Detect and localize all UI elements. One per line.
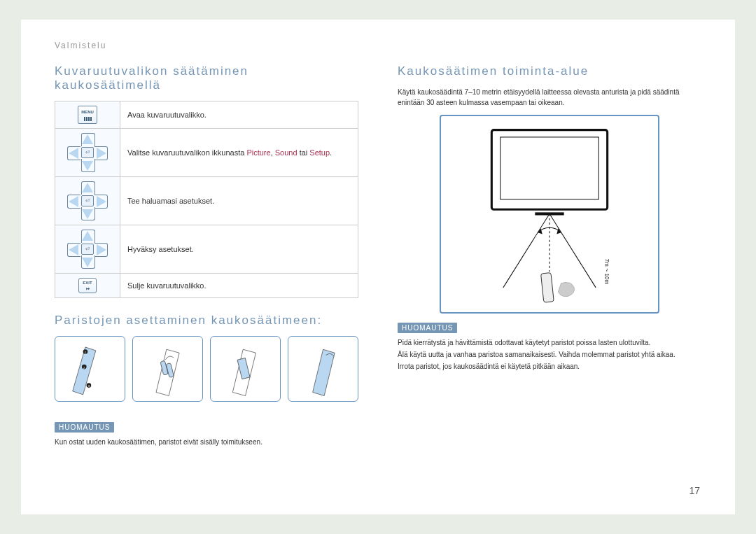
heading-operating-range: Kaukosäätimen toiminta-alue <box>398 64 701 78</box>
distance-label: 7m ~ 10m <box>603 258 610 284</box>
heading-battery: Paristojen asettaminen kaukosäätimeen: <box>55 314 358 328</box>
table-row: MENU Avaa kuvaruutuvalikko. <box>55 101 358 129</box>
enter-icon: ⏎ <box>81 147 94 158</box>
dpad-cell: ⏎ <box>55 177 120 225</box>
battery-panel-3 <box>210 336 281 402</box>
enter-icon: ⏎ <box>81 195 94 206</box>
svg-rect-11 <box>237 358 250 379</box>
section-tab: Valmistelu <box>55 41 701 50</box>
dpad-icon: ⏎ <box>66 230 109 269</box>
page-number: 17 <box>689 485 700 496</box>
note-text: Kun ostat uuden kaukosäätimen, paristot … <box>55 437 358 447</box>
dpad-cell: ⏎ <box>55 225 120 274</box>
operating-range-figure: 7m ~ 10m <box>440 115 659 314</box>
left-column: Kuvaruutuvalikon säätäminen kaukosäätime… <box>55 64 358 449</box>
menu-button-icon: MENU <box>78 106 97 124</box>
menu-button-label: MENU <box>81 110 94 114</box>
svg-line-17 <box>550 213 596 287</box>
battery-panel-2 <box>132 336 203 402</box>
dpad-icon: ⏎ <box>66 181 109 220</box>
step-text: Tee haluamasi asetukset. <box>120 177 358 225</box>
note-line: Irrota paristot, jos kaukosäädintä ei kä… <box>398 361 701 372</box>
menu-option-picture: Picture <box>246 148 270 157</box>
svg-rect-14 <box>500 136 599 199</box>
note-line: Kun ostat uuden kaukosäätimen, paristot … <box>55 437 358 447</box>
right-column: Kaukosäätimen toiminta-alue Käytä kaukos… <box>398 64 701 449</box>
exit-button-label: EXIT <box>83 281 92 285</box>
battery-panel-4 <box>288 336 358 402</box>
table-row: EXIT↦ Sulje kuvaruutuvalikko. <box>55 274 358 298</box>
note-line: Älä käytä uutta ja vanhaa paristoa saman… <box>398 349 701 360</box>
menu-option-setup: Setup <box>309 148 330 157</box>
battery-panel-1: 1 2 3 <box>55 336 125 402</box>
step-text: Avaa kuvaruutuvalikko. <box>120 101 358 129</box>
step-text: Hyväksy asetukset. <box>120 225 358 274</box>
dpad-cell: ⏎ <box>55 129 120 177</box>
page: Valmistelu Kuvaruutuvalikon säätäminen k… <box>21 20 735 514</box>
dpad-icon: ⏎ <box>66 133 109 172</box>
exit-button-cell: EXIT↦ <box>55 274 120 298</box>
right-note-body: Pidä kierrätystä ja hävittämistä odottav… <box>398 337 701 372</box>
note-label: HUOMAUTUS <box>55 422 114 433</box>
step-text: Valitse kuvaruutuvalikon ikkunasta Pictu… <box>120 129 358 177</box>
text-fragment: Valitse kuvaruutuvalikon ikkunasta <box>127 148 246 157</box>
note-line: Pidä kierrätystä ja hävittämistä odottav… <box>398 337 701 348</box>
table-row: ⏎ Hyväksy asetukset. <box>55 225 358 274</box>
note-label: HUOMAUTUS <box>398 323 457 333</box>
text-fragment: tai <box>298 148 310 157</box>
table-row: ⏎ Valitse kuvaruutuvalikon ikkunasta Pic… <box>55 129 358 177</box>
enter-icon: ⏎ <box>81 244 94 255</box>
two-column-layout: Kuvaruutuvalikon säätäminen kaukosäätime… <box>55 64 701 449</box>
svg-marker-12 <box>313 349 335 395</box>
text-fragment: . <box>330 148 332 157</box>
exit-button-icon: EXIT↦ <box>78 278 97 293</box>
svg-marker-0 <box>73 347 96 395</box>
step-text: Sulje kuvaruutuvalikko. <box>120 274 358 298</box>
left-note: HUOMAUTUS Kun ostat uuden kaukosäätimen,… <box>55 420 358 447</box>
menu-button-cell: MENU <box>55 101 120 129</box>
remote-steps-table: MENU Avaa kuvaruutuvalikko. ⏎ <box>55 101 358 298</box>
table-row: ⏎ Tee haluamasi asetukset. <box>55 177 358 225</box>
range-intro: Käytä kaukosäädintä 7–10 metrin etäisyyd… <box>398 87 701 108</box>
heading-osd-remote: Kuvaruutuvalikon säätäminen kaukosäätime… <box>55 64 358 92</box>
svg-rect-13 <box>491 129 607 209</box>
menu-option-sound: Sound <box>275 148 298 157</box>
battery-panel-row: 1 2 3 <box>55 336 358 402</box>
svg-rect-21 <box>541 272 554 302</box>
